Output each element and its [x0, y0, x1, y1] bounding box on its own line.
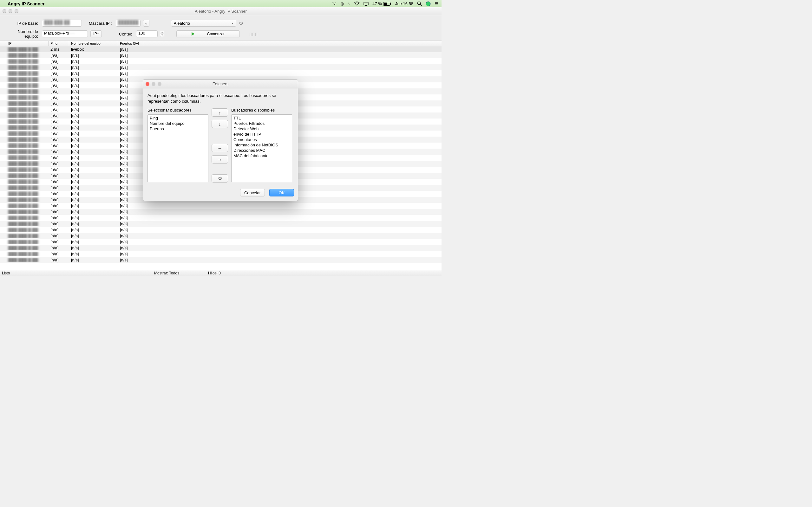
cell-ping: [n/a] [49, 89, 69, 94]
list-item[interactable]: Direcciones MAC [232, 148, 292, 153]
bluetooth-icon[interactable]: ⎋ [348, 1, 350, 6]
status-icon [2, 118, 4, 118]
cell-ports: [n/s] [118, 251, 144, 257]
creative-cloud-icon[interactable]: ◎ [340, 1, 344, 6]
cell-ping: [n/a] [49, 222, 69, 226]
status-icon [2, 112, 4, 112]
cell-ip: ███ ███ █ ██ [6, 131, 49, 136]
table-row[interactable]: ███ ███ █ ██[n/a][n/s][n/s] [0, 64, 442, 70]
count-stepper[interactable]: ▴▾ [160, 31, 164, 37]
cell-ping: [n/a] [49, 137, 69, 142]
list-item[interactable]: Información de NetBIOS [232, 142, 292, 148]
ok-button[interactable]: OK [269, 189, 294, 196]
list-item[interactable]: TTL [232, 115, 292, 121]
status-icon [2, 202, 4, 203]
ip-base-input[interactable]: ███ ███ ██ [42, 20, 82, 26]
wifi-icon[interactable] [354, 2, 360, 6]
hostname-input[interactable]: MacBook-Pro····· [42, 31, 88, 38]
cell-ping: [n/a] [49, 125, 69, 130]
notification-center-icon[interactable]: ☰ [435, 1, 438, 6]
table-row[interactable]: ███ ███ █ ██[n/a][n/s][n/s] [0, 52, 442, 58]
count-input[interactable]: 100 [136, 31, 158, 38]
move-up-button[interactable]: ↑ [212, 108, 228, 117]
ip-up-button[interactable]: IP↑ [90, 31, 102, 38]
cell-ping: [n/a] [49, 198, 69, 202]
cell-ping: [n/a] [49, 251, 69, 257]
available-fetchers-list[interactable]: TTLPuertos FiltradosDetectar Webenvío de… [231, 114, 292, 182]
list-item[interactable]: Comentarios [232, 137, 292, 142]
cell-hostname: [n/s] [69, 149, 118, 154]
siri-icon[interactable] [426, 1, 431, 6]
list-item[interactable]: Ping [148, 115, 208, 121]
remove-fetcher-button[interactable]: → [212, 155, 228, 164]
list-item[interactable]: Puertos [148, 126, 208, 131]
status-icon [2, 63, 4, 64]
cell-ports: [n/s] [118, 47, 144, 52]
menubar-app-name[interactable]: Angry IP Scanner [8, 1, 44, 6]
selected-fetchers-list[interactable]: PingNombre del equipoPuertos [148, 114, 208, 182]
table-row[interactable]: ███ ███ █ ██[n/a][n/s][n/s] [0, 257, 442, 263]
cell-ping: [n/a] [49, 149, 69, 154]
netmask-input[interactable]: ███████ [116, 20, 141, 26]
table-row[interactable]: ███ ███ █ ██[n/a][n/s][n/s] [0, 209, 442, 215]
cell-hostname: [n/s] [69, 228, 118, 232]
dialog-titlebar[interactable]: Fetchers [143, 79, 298, 89]
cell-ip: ███ ███ █ ██ [6, 125, 49, 130]
dialog-close-icon[interactable] [146, 82, 149, 86]
list-item[interactable]: Detectar Web [232, 126, 292, 131]
cell-hostname: [n/s] [69, 113, 118, 118]
table-row[interactable]: ███ ███ █ ██[n/a][n/s][n/s] [0, 233, 442, 239]
status-icon [2, 130, 4, 130]
cell-ping: [n/a] [49, 143, 69, 148]
table-row[interactable]: ███ ███ █ ██[n/a][n/s][n/s] [0, 221, 442, 227]
list-item[interactable]: Nombre del equipo [148, 121, 208, 126]
table-row[interactable]: ███ ███ █ ██[n/a][n/s][n/s] [0, 239, 442, 245]
table-row[interactable]: ███ ███ █ ██[n/a][n/s][n/s] [0, 251, 442, 257]
cell-ping: [n/a] [49, 119, 69, 124]
cell-ports: [n/s] [118, 161, 144, 166]
add-fetcher-button[interactable]: ← [212, 144, 228, 152]
start-scan-button[interactable]: Comenzar [176, 31, 240, 38]
window-traffic-lights[interactable] [3, 9, 18, 13]
scan-mode-select[interactable]: Aleatorio [171, 20, 236, 26]
table-row[interactable]: ███ ███ █ ██[n/a][n/s][n/s] [0, 203, 442, 209]
table-row[interactable]: ███ ███ █ ██[n/a][n/s][n/s] [0, 70, 442, 76]
table-row[interactable]: ███ ███ █ ██[n/a][n/s][n/s] [0, 215, 442, 221]
cell-hostname: [n/s] [69, 239, 118, 244]
airplay-icon[interactable] [363, 2, 368, 6]
list-item[interactable]: MAC del fabricante [232, 153, 292, 158]
cell-ping: [n/a] [49, 101, 69, 106]
settings-gear-icon[interactable]: ⚙ [239, 20, 243, 26]
th-hostname[interactable]: Nombre del equipo [69, 41, 118, 46]
table-row[interactable]: ███ ███ █ ██2 mslivebox[n/s] [0, 46, 442, 52]
list-item[interactable]: envío de HTTP [232, 131, 292, 137]
battery-status[interactable]: 47 % [372, 1, 392, 6]
netmask-dropdown[interactable]: ⌄ [143, 20, 149, 26]
cell-ip: ███ ███ █ ██ [6, 179, 49, 184]
menubar-clock[interactable]: Jue 16:58 [395, 1, 413, 6]
display-mode-icon[interactable]: ▯▯▯ [249, 32, 258, 37]
cell-ping: [n/a] [49, 113, 69, 118]
th-ping[interactable]: Ping [49, 41, 69, 46]
move-down-button[interactable]: ↓ [212, 120, 228, 128]
th-ip[interactable]: IP [6, 41, 49, 46]
svg-line-6 [420, 4, 421, 6]
cell-ip: ███ ███ █ ██ [6, 107, 49, 112]
fetcher-prefs-button[interactable]: ⚙ [212, 174, 228, 182]
cell-ping: [n/a] [49, 191, 69, 196]
cell-hostname: [n/s] [69, 191, 118, 196]
hostname-label: Nombre de equipo: [2, 29, 39, 39]
cell-ping: [n/a] [49, 216, 69, 220]
cell-ports: [n/s] [118, 53, 144, 58]
cancel-button[interactable]: Cancelar [240, 189, 265, 196]
status-icon [2, 208, 4, 209]
cell-ports: [n/s] [118, 210, 144, 214]
table-row[interactable]: ███ ███ █ ██[n/a][n/s][n/s] [0, 58, 442, 64]
th-ports[interactable]: Puertos [0+] [118, 41, 144, 46]
table-row[interactable]: ███ ███ █ ██[n/a][n/s][n/s] [0, 245, 442, 251]
list-item[interactable]: Puertos Filtrados [232, 121, 292, 126]
dropbox-icon[interactable]: ⌥ [332, 1, 337, 6]
cell-ports: [n/s] [118, 258, 144, 262]
spotlight-icon[interactable] [417, 1, 422, 6]
table-row[interactable]: ███ ███ █ ██[n/a][n/s][n/s] [0, 227, 442, 233]
